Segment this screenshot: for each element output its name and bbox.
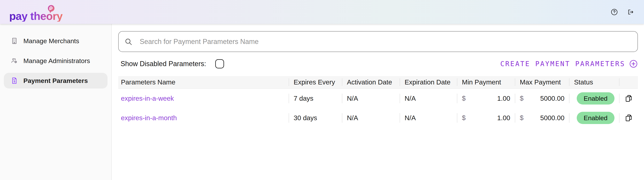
table-header-row: Parameters Name Expires Every Activation… [118,76,638,89]
header-actions [611,8,634,16]
actions-cell [620,108,638,128]
parameter-name-link[interactable]: expires-in-a-week [121,94,174,102]
status-badge: Enabled [577,92,614,104]
status-badge: Enabled [577,112,614,124]
logout-icon [627,8,634,15]
search-bar [118,31,638,52]
help-icon [611,8,618,15]
logo-balloon-icon [48,5,55,13]
sidebar-item-manage-administrators[interactable]: Manage Administrators [4,53,108,69]
currency-sign: $ [462,114,466,122]
copy-button[interactable] [624,94,633,103]
help-button[interactable] [611,8,618,16]
app-header: pay theory [0,0,644,24]
min-payment-cell: $ 1.00 [457,89,515,108]
create-payment-parameters-button[interactable]: CREATE PAYMENT PARAMETERS [500,59,638,68]
show-disabled-label: Show Disabled Parameters: [120,60,206,68]
max-payment-cell: $ 5000.00 [515,89,570,108]
search-input[interactable] [118,31,638,52]
search-icon [124,38,132,46]
column-header-expires-every[interactable]: Expires Every [289,76,342,88]
administrators-icon [11,57,18,64]
plus-circle-icon [629,59,638,68]
max-payment-value: 5000.00 [540,114,564,122]
show-disabled-checkbox[interactable] [215,59,224,68]
svg-text:$: $ [14,80,15,83]
sidebar-item-label: Manage Administrators [24,57,90,65]
column-header-actions [620,76,638,88]
main-content: Show Disabled Parameters: CREATE PAYMENT… [112,24,644,180]
expiration-date-cell: N/A [400,108,457,128]
min-payment-cell: $ 1.00 [457,108,515,128]
column-header-expiration-date[interactable]: Expiration Date [400,76,457,88]
activation-date-cell: N/A [342,89,400,108]
logo: pay theory [9,11,62,22]
sidebar-item-payment-parameters[interactable]: $ Payment Parameters [4,73,108,89]
sidebar-item-label: Payment Parameters [24,77,88,85]
copy-icon [624,94,633,103]
toolbar: Show Disabled Parameters: CREATE PAYMENT… [118,58,638,70]
payment-parameters-table: Parameters Name Expires Every Activation… [118,76,638,128]
column-header-parameters-name[interactable]: Parameters Name [118,76,289,88]
min-payment-value: 1.00 [497,94,510,102]
column-header-min-payment[interactable]: Min Payment [457,76,515,88]
table-row: expires-in-a-week 7 days N/A N/A $ 1.00 … [118,89,638,108]
actions-cell [620,89,638,108]
sidebar-item-label: Manage Merchants [24,37,79,45]
currency-sign: $ [520,114,524,122]
create-button-label: CREATE PAYMENT PARAMETERS [500,60,625,68]
invoice-icon: $ [11,77,18,84]
currency-sign: $ [462,94,466,102]
building-icon [11,37,18,45]
status-cell: Enabled [570,108,620,128]
sidebar-item-manage-merchants[interactable]: Manage Merchants [4,33,108,49]
logo-text-pay: pay [9,10,28,22]
sidebar: Manage Merchants Manage Administr [0,24,112,180]
copy-button[interactable] [624,113,633,123]
parameter-name-link[interactable]: expires-in-a-month [121,114,177,122]
status-cell: Enabled [570,89,620,108]
expires-every-cell: 30 days [289,108,342,128]
show-disabled-control: Show Disabled Parameters: [118,59,224,68]
parameters-name-cell: expires-in-a-week [118,89,289,108]
table-row: expires-in-a-month 30 days N/A N/A $ 1.0… [118,108,638,128]
logout-button[interactable] [627,8,634,16]
column-header-status[interactable]: Status [570,76,620,88]
max-payment-value: 5000.00 [540,94,564,102]
column-header-max-payment[interactable]: Max Payment [515,76,570,88]
copy-icon [624,113,633,122]
activation-date-cell: N/A [342,108,400,128]
logo-text-theory: theory [30,10,62,22]
expiration-date-cell: N/A [400,89,457,108]
currency-sign: $ [520,94,524,102]
expires-every-cell: 7 days [289,89,342,108]
column-header-activation-date[interactable]: Activation Date [342,76,400,88]
parameters-name-cell: expires-in-a-month [118,108,289,128]
max-payment-cell: $ 5000.00 [515,108,570,128]
min-payment-value: 1.00 [497,114,510,122]
